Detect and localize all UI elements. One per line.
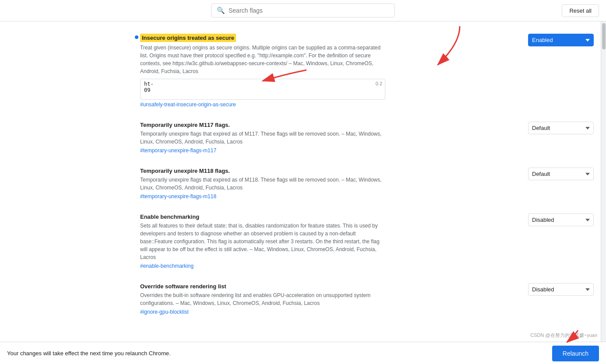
flag-title: Override software rendering list xyxy=(140,283,385,290)
flag-description: Sets all features to their default state… xyxy=(140,222,385,261)
flag-select[interactable]: DefaultEnabledDisabled xyxy=(528,122,594,134)
flag-anchor-link[interactable]: #temporary-unexpire-flags-m118 xyxy=(140,193,385,200)
relaunch-button[interactable]: Relaunch xyxy=(552,346,599,361)
bottom-message: Your changes will take effect the next t… xyxy=(7,350,171,357)
flag-title: Temporarily unexpire M117 flags. xyxy=(140,122,385,128)
search-box: 🔍 xyxy=(211,4,395,18)
flag-select[interactable]: DefaultEnabledDisabled xyxy=(528,214,594,226)
flag-control: DefaultEnabledDisabled xyxy=(524,168,594,180)
search-icon: 🔍 xyxy=(217,7,225,14)
flag-description: Overrides the built-in software renderin… xyxy=(140,291,385,307)
watermark: CSDN @在努力的测试媛~yuan xyxy=(530,332,597,339)
flag-control: DefaultEnabledDisabled xyxy=(524,283,594,296)
flag-anchor-link[interactable]: #temporary-unexpire-flags-m117 xyxy=(140,147,385,154)
flag-content: Override software rendering list Overrid… xyxy=(140,283,385,315)
page-container: Insecure origins treated as secure Treat… xyxy=(0,21,606,342)
flag-content: Enable benchmarking Sets all features to… xyxy=(140,214,385,269)
flag-title: Insecure origins treated as secure xyxy=(140,34,236,42)
flag-item: Temporarily unexpire M118 flags. Tempora… xyxy=(0,162,601,205)
flag-anchor-link[interactable]: #unsafely-treat-insecure-origin-as-secur… xyxy=(140,102,385,108)
flag-description: Temporarily unexpire flags that expired … xyxy=(140,130,385,146)
flag-control: DefaultEnabledDisabled xyxy=(524,214,594,226)
flag-title: Enable benchmarking xyxy=(140,214,385,220)
flag-select[interactable]: DefaultEnabledDisabled xyxy=(528,283,594,296)
flag-anchor-link[interactable]: #enable-benchmarking xyxy=(140,263,385,269)
flag-control: DefaultEnabledDisabled xyxy=(524,34,594,46)
text-count: 0.2 xyxy=(376,81,382,86)
flag-description: Temporarily unexpire flags that expired … xyxy=(140,176,385,192)
bottom-bar: Your changes will take effect the next t… xyxy=(0,342,606,364)
flag-item: Insecure origins treated as secure Treat… xyxy=(0,28,601,113)
flag-select[interactable]: DefaultEnabledDisabled xyxy=(528,168,594,180)
header: 🔍 Reset all xyxy=(0,0,606,21)
flag-text-input[interactable]: ht- 09 xyxy=(144,81,381,98)
flag-item: Override software rendering list Overrid… xyxy=(0,278,601,320)
flag-text-input-area: ht- 09 0.2 xyxy=(140,79,385,100)
flag-select[interactable]: DefaultEnabledDisabled xyxy=(528,34,594,46)
flag-item: Temporarily unexpire M117 flags. Tempora… xyxy=(0,116,601,159)
flag-content: Temporarily unexpire M117 flags. Tempora… xyxy=(140,122,385,154)
flag-description: Treat given (insecure) origins as secure… xyxy=(140,44,385,75)
flag-content: Temporarily unexpire M118 flags. Tempora… xyxy=(140,168,385,200)
flag-anchor-link[interactable]: #ignore-gpu-blocklist xyxy=(140,309,385,315)
main-content: Insecure origins treated as secure Treat… xyxy=(0,21,601,342)
flag-title: Temporarily unexpire M118 flags. xyxy=(140,168,385,174)
search-input[interactable] xyxy=(229,7,389,14)
flag-bullet xyxy=(135,35,138,39)
flag-content: Insecure origins treated as secure Treat… xyxy=(140,34,385,108)
flag-item: Enable benchmarking Sets all features to… xyxy=(0,208,601,274)
scrollbar-track[interactable] xyxy=(601,21,606,342)
flag-control: DefaultEnabledDisabled xyxy=(524,122,594,134)
reset-all-button[interactable]: Reset all xyxy=(562,4,599,17)
scrollbar-thumb[interactable] xyxy=(602,23,606,49)
